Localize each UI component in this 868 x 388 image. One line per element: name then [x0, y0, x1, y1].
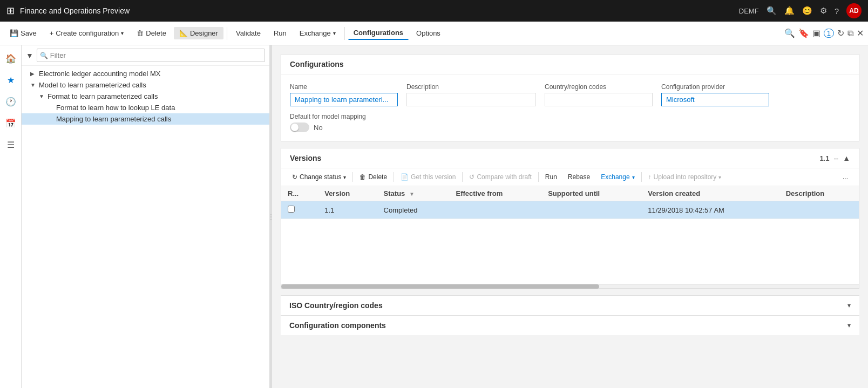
- default-mapping-toggle[interactable]: [290, 122, 309, 132]
- badge-icon: 1: [824, 29, 834, 38]
- configurations-tab[interactable]: Configurations: [348, 26, 409, 40]
- versions-delete-button[interactable]: 🗑 Delete: [355, 172, 391, 182]
- provider-input[interactable]: [661, 93, 769, 106]
- designer-button[interactable]: 📐 Designer: [174, 27, 223, 39]
- default-mapping-label: Default for model mapping: [290, 113, 850, 120]
- compare-icon: ↺: [469, 173, 474, 181]
- list-icon[interactable]: ☰: [2, 136, 19, 153]
- country-label: Country/region codes: [545, 83, 653, 91]
- app-grid-icon[interactable]: ⊞: [6, 5, 15, 17]
- cell-description: [779, 201, 859, 219]
- recent-icon[interactable]: 🕐: [2, 93, 19, 110]
- tree-arrow-leaf: [48, 116, 54, 122]
- get-version-button[interactable]: 📄 Get this version: [396, 172, 460, 182]
- bell-icon[interactable]: 🔔: [784, 6, 795, 16]
- close-icon[interactable]: ✕: [857, 28, 864, 38]
- name-field: Name: [290, 83, 398, 106]
- search-cmd-icon[interactable]: 🔍: [784, 28, 795, 38]
- exchange-chevron-icon: ▾: [632, 174, 635, 180]
- trash-icon: 🗑: [360, 173, 366, 181]
- tree-arrow-leaf: [48, 105, 54, 111]
- table-row[interactable]: 1.1 Completed 11/29/2018 10:42:57 AM: [281, 201, 859, 219]
- tree-item-format-lookup[interactable]: Format to learn how to lookup LE data: [22, 102, 269, 113]
- provider-label: Configuration provider: [661, 83, 769, 91]
- toggle-knob: [291, 124, 299, 131]
- help-icon[interactable]: ?: [835, 6, 839, 16]
- iso-section[interactable]: ISO Country/region codes ▾: [281, 295, 859, 315]
- toolbar-sep3: [462, 172, 463, 182]
- delete-button[interactable]: 🗑 Delete: [131, 27, 172, 39]
- iso-title: ISO Country/region codes: [289, 301, 383, 310]
- name-input[interactable]: [290, 93, 398, 106]
- cell-r: [281, 201, 318, 219]
- tree-item-model-parameterized[interactable]: ▼ Model to learn parameterized calls: [22, 79, 269, 91]
- versions-header: Versions 1.1 -- ▲: [281, 148, 859, 168]
- collapse-icon[interactable]: ▲: [843, 154, 850, 162]
- version-sep: --: [833, 154, 838, 162]
- smiley-icon[interactable]: 😊: [802, 6, 812, 16]
- toggle-row: No: [290, 122, 850, 132]
- create-configuration-button[interactable]: + Create configuration ▾: [44, 27, 130, 39]
- chevron-down-icon: ▾: [121, 30, 124, 36]
- horizontal-scrollbar[interactable]: [281, 284, 859, 288]
- run-versions-button[interactable]: Run: [541, 172, 561, 182]
- compare-draft-button[interactable]: ↺ Compare with draft: [465, 172, 535, 182]
- config-components-section[interactable]: Configuration components ▾: [281, 315, 859, 335]
- provider-field: Configuration provider: [661, 83, 769, 106]
- toolbar-sep2: [394, 172, 394, 182]
- scrollbar-thumb[interactable]: [281, 284, 599, 289]
- app-title: Finance and Operations Preview: [20, 6, 130, 15]
- user-avatar[interactable]: AD: [846, 3, 862, 18]
- cell-version-created: 11/29/2018 10:42:57 AM: [641, 201, 779, 219]
- rebase-button[interactable]: Rebase: [564, 172, 594, 182]
- exchange-versions-button[interactable]: Exchange ▾: [596, 172, 639, 182]
- cell-supported-until: [541, 201, 641, 219]
- col-effective-from[interactable]: Effective from: [450, 186, 542, 201]
- tree-filter-bar: ▼ 🔍: [22, 45, 269, 66]
- search-icon[interactable]: 🔍: [767, 6, 777, 16]
- title-bar-right: DEMF 🔍 🔔 😊 ⚙ ? AD: [739, 3, 862, 18]
- options-tab[interactable]: Options: [411, 27, 446, 39]
- separator2: [344, 27, 345, 40]
- versions-table: R... Version Status ▼ Effective from Sup…: [281, 186, 859, 219]
- tree-item-label: Format to learn how to lookup LE data: [56, 104, 175, 112]
- toolbar-sep: [352, 172, 353, 182]
- cell-status: Completed: [377, 201, 450, 219]
- home-icon[interactable]: 🏠: [2, 50, 19, 67]
- save-button[interactable]: 💾 Save: [4, 27, 42, 39]
- save-icon: 💾: [10, 29, 18, 37]
- row-checkbox[interactable]: [288, 206, 295, 213]
- change-status-button[interactable]: ↻ Change status ▾: [288, 172, 350, 182]
- settings-icon[interactable]: ⚙: [820, 6, 827, 16]
- exchange-button[interactable]: Exchange ▾: [294, 27, 341, 39]
- description-input[interactable]: [406, 93, 536, 106]
- versions-controls: 1.1 -- ▲: [819, 154, 850, 162]
- col-version-created[interactable]: Version created: [641, 186, 779, 201]
- more-options-button[interactable]: ...: [838, 172, 852, 182]
- exchange-chevron-icon: ▾: [333, 30, 336, 36]
- name-label: Name: [290, 83, 398, 91]
- col-supported-until[interactable]: Supported until: [541, 186, 641, 201]
- col-description[interactable]: Description: [779, 186, 859, 201]
- separator: [227, 27, 227, 40]
- restore-icon[interactable]: ⧉: [847, 29, 853, 38]
- side-icons: 🏠 ★ 🕐 📅 ☰: [0, 45, 22, 388]
- filter-input[interactable]: [37, 49, 265, 62]
- refresh-icon[interactable]: ↻: [837, 28, 844, 38]
- col-status[interactable]: Status ▼: [377, 186, 450, 201]
- bookmark-icon[interactable]: 🔖: [798, 28, 809, 38]
- tree-item-electronic-ledger[interactable]: ▶ Electronic ledger accounting model MX: [22, 68, 269, 79]
- star-icon[interactable]: ★: [2, 71, 19, 89]
- tree-item-mapping-parameterized[interactable]: Mapping to learn parameterized calls: [22, 113, 269, 125]
- col-version[interactable]: Version: [318, 186, 377, 201]
- split-icon[interactable]: ▣: [812, 28, 820, 38]
- country-input[interactable]: [545, 93, 653, 106]
- tree-item-format-parameterized[interactable]: ▼ Format to learn parameterized calls: [22, 91, 269, 102]
- refresh-icon: ↻: [292, 173, 297, 181]
- validate-button[interactable]: Validate: [230, 27, 266, 39]
- calendar-icon[interactable]: 📅: [2, 114, 19, 132]
- tree-panel: ▼ 🔍 ▶ Electronic ledger accounting model…: [22, 45, 270, 388]
- filter-wrap: 🔍: [37, 49, 265, 62]
- run-button[interactable]: Run: [268, 27, 292, 39]
- upload-repo-button[interactable]: ↑ Upload into repository ▾: [644, 172, 726, 182]
